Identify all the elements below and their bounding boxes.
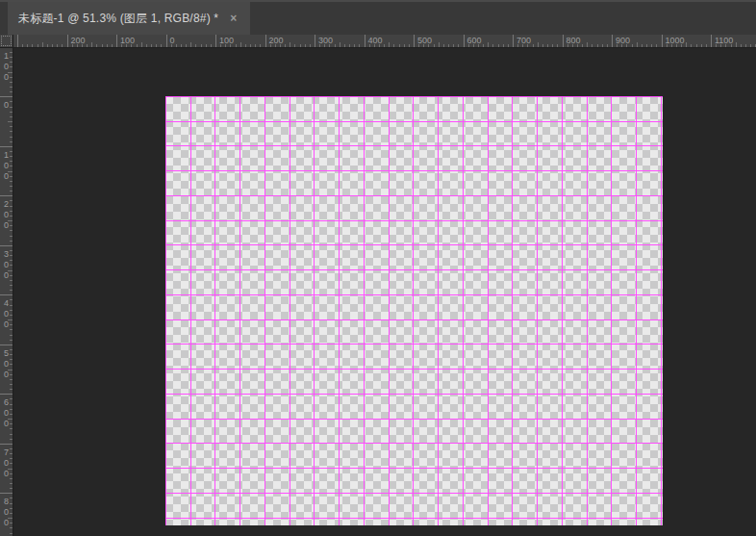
horizontal-ruler[interactable]: 2001000100200300400500600700800900100011… (13, 35, 756, 48)
ruler-tick (67, 35, 68, 47)
ruler-tick (265, 35, 266, 47)
ruler-tick (533, 44, 534, 47)
ruler-tick (736, 42, 737, 47)
ruler-tick (10, 241, 13, 242)
ruler-tick (10, 131, 13, 132)
ruler-tick (250, 44, 251, 47)
ruler-tick (294, 44, 295, 47)
ruler-tick (587, 42, 588, 47)
ruler-label: 600 (2, 397, 11, 429)
ruler-tick (498, 44, 499, 47)
ruler-label: 200 (2, 199, 11, 231)
ruler-tick (365, 35, 365, 47)
ruler-tick (10, 488, 13, 489)
ruler-tick (414, 35, 415, 47)
close-tab-icon[interactable]: × (228, 12, 239, 25)
ruler-tick (201, 44, 202, 47)
ruler-tick (443, 44, 444, 47)
ruler-tick (10, 186, 13, 187)
ruler-tick (10, 112, 13, 113)
ruler-tick (146, 44, 147, 47)
ruler-tick (542, 44, 543, 47)
ruler-tick (10, 439, 13, 440)
ruler-tick (637, 42, 638, 47)
ruler-tick (96, 44, 97, 47)
ruler-tick (359, 44, 360, 47)
ruler-tick (0, 245, 13, 246)
ruler-tick (632, 44, 633, 47)
ruler-tick (488, 42, 489, 47)
ruler-tick (186, 44, 187, 47)
ruler-tick (166, 35, 167, 47)
ruler-tick (260, 44, 261, 47)
ruler-tick (656, 44, 657, 47)
ruler-origin-corner[interactable] (0, 35, 13, 48)
ruler-label: 600 (467, 36, 482, 45)
ruler-tick (10, 335, 13, 336)
ruler-tick (305, 44, 306, 47)
ruler-tick (52, 44, 53, 47)
ruler-tick (22, 44, 23, 47)
document-tab[interactable]: 未标题-1 @ 51.3% (图层 1, RGB/8#) * × (8, 2, 250, 35)
ruler-tick (607, 44, 608, 47)
ruler-tick (434, 44, 435, 47)
ruler-label: 400 (368, 36, 383, 45)
ruler-tick (503, 44, 504, 47)
ruler-tick (87, 44, 88, 47)
ruler-tick (399, 44, 400, 47)
ruler-tick (102, 44, 103, 47)
ruler-label: 0 (2, 100, 11, 111)
ruler-tick (17, 35, 18, 47)
ruler-tick (10, 285, 13, 286)
ruler-tick (151, 44, 152, 47)
ruler-label: 200 (71, 36, 86, 45)
ruler-tick (344, 44, 345, 47)
ruler-tick (255, 44, 256, 47)
ruler-tick (706, 44, 707, 47)
document-tab-title: 未标题-1 @ 51.3% (图层 1, RGB/8#) * (18, 11, 218, 27)
ruler-tick (389, 42, 390, 47)
ruler-tick (409, 44, 410, 47)
ruler-tick (10, 116, 13, 117)
ruler-label: 100 (2, 51, 11, 83)
ruler-tick (141, 42, 142, 47)
ruler-label: 500 (2, 348, 11, 380)
ruler-tick (240, 42, 241, 47)
ruler-origin-icon (1, 36, 12, 46)
ruler-tick (711, 35, 712, 47)
ruler-tick (335, 44, 336, 47)
ruler-tick (552, 44, 553, 47)
ruler-tick (10, 91, 13, 92)
ruler-tick (195, 44, 196, 47)
ruler-tick (310, 44, 311, 47)
ruler-tick (0, 394, 13, 395)
document-tab-bar: 未标题-1 @ 51.3% (图层 1, RGB/8#) * × (0, 0, 756, 35)
document-canvas[interactable] (165, 96, 663, 525)
ruler-tick (42, 42, 43, 47)
ruler-tick (10, 191, 13, 191)
ruler-tick (0, 294, 13, 295)
ruler-tick (582, 44, 583, 47)
ruler-tick (691, 44, 692, 47)
ruler-tick (190, 42, 191, 47)
ruler-tick (10, 434, 13, 435)
ruler-tick (8, 121, 13, 122)
ruler-tick (508, 44, 509, 47)
ruler-tick (47, 44, 48, 47)
ruler-tick (300, 44, 301, 47)
ruler-label: 700 (517, 36, 531, 45)
ruler-label: 400 (2, 298, 11, 330)
ruler-tick (285, 44, 286, 47)
ruler-tick (696, 44, 697, 47)
ruler-tick (27, 44, 28, 47)
ruler-tick (91, 42, 92, 47)
ruler-tick (597, 44, 598, 47)
ruler-tick (161, 44, 162, 47)
ruler-tick (10, 533, 13, 534)
ruler-tick (116, 35, 117, 47)
vertical-ruler[interactable]: 1000100200300400500600700800 (0, 48, 13, 536)
ruler-tick (10, 87, 13, 88)
ruler-tick (651, 44, 652, 47)
ruler-tick (0, 493, 13, 494)
ruler-label: 100 (219, 36, 234, 45)
